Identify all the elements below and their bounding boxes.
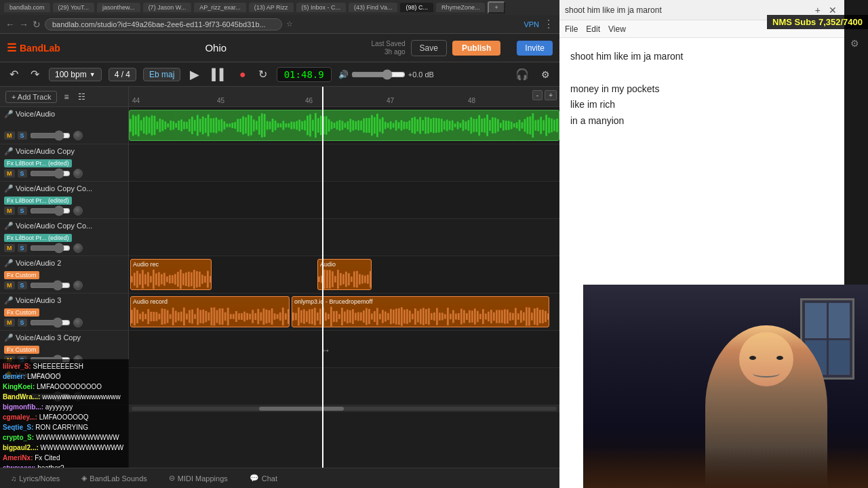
svg-rect-356 <box>531 312 533 320</box>
clip-5-1[interactable]: onlymp3.io - Brucedropemoff <box>292 296 549 327</box>
mute-btn-0[interactable]: M <box>4 131 15 140</box>
add-track-button[interactable]: + Add Track <box>5 91 57 103</box>
tab-bandlab[interactable]: bandlab.com <box>4 3 50 12</box>
new-tab-button[interactable]: + <box>488 1 505 14</box>
clip-0-0[interactable] <box>129 110 559 141</box>
tab-inbox[interactable]: (5) Inbox - C... <box>296 3 347 12</box>
svg-rect-334 <box>471 310 473 323</box>
loop-button[interactable]: ↻ <box>256 66 270 82</box>
tab-lyrics[interactable]: ♫ Lyrics/Notes <box>7 473 64 484</box>
menu-icon[interactable]: ⋮ <box>543 18 554 30</box>
solo-btn-0[interactable]: S <box>18 131 27 140</box>
redo-button[interactable]: ↷ <box>28 66 42 82</box>
h-scrollbar[interactable] <box>129 405 559 412</box>
chat-user-5: cgmaley...: <box>3 413 37 421</box>
notes-menu-file[interactable]: File <box>565 24 578 34</box>
tab-midi[interactable]: ⊝ MIDI Mappings <box>165 472 232 484</box>
pan-knob-0[interactable] <box>73 131 83 140</box>
solo-btn-4[interactable]: S <box>18 281 27 289</box>
tab-rhymezone[interactable]: RhymeZone... <box>436 3 486 12</box>
zoom-in-button[interactable]: + <box>545 90 557 100</box>
svg-rect-111 <box>427 117 429 134</box>
tab-chat[interactable]: 💬 Chat <box>245 472 281 484</box>
notes-menu-view[interactable]: View <box>608 24 626 34</box>
invite-button[interactable]: Invite <box>517 41 553 56</box>
pan-knob-2[interactable] <box>73 206 83 216</box>
solo-btn-1[interactable]: S <box>18 169 27 178</box>
solo-btn-5[interactable]: S <box>18 319 27 327</box>
pan-knob-3[interactable] <box>73 243 83 253</box>
notes-close-btn[interactable]: ✕ <box>827 5 839 16</box>
volume-5[interactable] <box>30 317 71 328</box>
svg-rect-237 <box>205 311 207 323</box>
zoom-out-button[interactable]: - <box>532 90 542 100</box>
filter-icon[interactable]: ☷ <box>75 91 88 103</box>
track-lane-6[interactable]: ↔ <box>129 331 559 368</box>
solo-btn-2[interactable]: S <box>18 207 27 215</box>
svg-rect-177 <box>177 272 179 287</box>
url-input[interactable] <box>45 18 282 30</box>
volume-3[interactable] <box>30 243 71 253</box>
clip-5-0[interactable]: Audio record <box>130 296 290 327</box>
play-button[interactable]: ▶ <box>187 66 202 83</box>
tab-findva[interactable]: (43) Find Va... <box>349 3 397 12</box>
collapse-icon[interactable]: ≡ <box>61 91 71 103</box>
track-lane-2[interactable] <box>129 182 559 219</box>
solo-btn-3[interactable]: S <box>18 244 27 252</box>
track-lane-0[interactable] <box>129 107 559 144</box>
track-lane-7[interactable] <box>129 368 559 405</box>
svg-rect-32 <box>216 117 218 134</box>
tab-aprizz[interactable]: AP_rizz_exar... <box>194 3 246 12</box>
record-button[interactable]: ● <box>237 67 249 82</box>
save-button[interactable]: Save <box>411 40 447 56</box>
tab-98[interactable]: (98) C... <box>400 3 433 12</box>
mute-btn-3[interactable]: M <box>4 244 15 252</box>
pan-knob-5[interactable] <box>73 318 83 327</box>
timeline-ruler[interactable]: 44 45 46 47 48 - + <box>129 87 559 107</box>
tab-youtube[interactable]: (29) YouT... <box>53 3 95 12</box>
bpm-display[interactable]: 100 bpm ▼ <box>49 68 102 81</box>
clip-4-1[interactable]: Audio <box>317 259 372 290</box>
svg-rect-272 <box>303 309 305 324</box>
mute-btn-1[interactable]: M <box>4 169 15 178</box>
track-lane-1[interactable] <box>129 144 559 182</box>
settings-icon[interactable]: ⚙ <box>538 68 553 81</box>
notes-settings-btn[interactable]: ⚙ <box>848 38 861 49</box>
notes-menu-edit[interactable]: Edit <box>586 24 600 34</box>
stop-button[interactable]: ▌▌ <box>209 67 230 82</box>
chat-user-9: AmeriNx: <box>3 454 33 462</box>
svg-rect-290 <box>352 309 354 324</box>
back-button[interactable]: ← <box>5 19 15 30</box>
pan-knob-1[interactable] <box>73 169 83 178</box>
volume-slider[interactable] <box>351 69 406 80</box>
volume-1[interactable] <box>30 168 71 179</box>
hamburger-icon[interactable]: ☰ <box>7 41 16 54</box>
forward-button[interactable]: → <box>19 19 28 30</box>
headphone-icon[interactable]: 🎧 <box>513 66 532 82</box>
pan-knob-4[interactable] <box>73 281 83 290</box>
track-lane-3[interactable] <box>129 219 559 256</box>
publish-button[interactable]: Publish <box>452 41 500 56</box>
clip-4-0[interactable]: Audio rec <box>130 259 212 290</box>
undo-button[interactable]: ↶ <box>7 66 21 82</box>
volume-4[interactable] <box>30 280 71 291</box>
svg-rect-196 <box>334 276 336 282</box>
volume-2[interactable] <box>30 205 71 216</box>
mute-btn-4[interactable]: M <box>4 281 15 289</box>
mute-btn-5[interactable]: M <box>4 319 15 327</box>
tab-aprizz2[interactable]: (13) AP Rizz <box>249 3 294 12</box>
refresh-button[interactable]: ↻ <box>33 19 41 30</box>
tab-jasonw[interactable]: (7) Jason W... <box>143 3 192 12</box>
tab-jason[interactable]: jasonthew... <box>97 3 140 12</box>
time-sig-display[interactable]: 4 / 4 <box>108 68 136 81</box>
track-lane-4[interactable]: Audio rec Audio <box>129 256 559 293</box>
volume-0[interactable] <box>30 130 71 141</box>
key-display[interactable]: Eb maj <box>143 68 180 81</box>
tab-bandlab-sounds[interactable]: ◈ BandLab Sounds <box>77 472 151 484</box>
svg-rect-97 <box>390 121 392 129</box>
scroll-thumb[interactable] <box>259 407 344 411</box>
mute-btn-2[interactable]: M <box>4 207 15 215</box>
track-lane-5[interactable]: Audio record onlymp3.io - Brucedropemoff <box>129 293 559 331</box>
notes-new-btn[interactable]: + <box>813 5 823 16</box>
svg-rect-155 <box>545 115 547 136</box>
